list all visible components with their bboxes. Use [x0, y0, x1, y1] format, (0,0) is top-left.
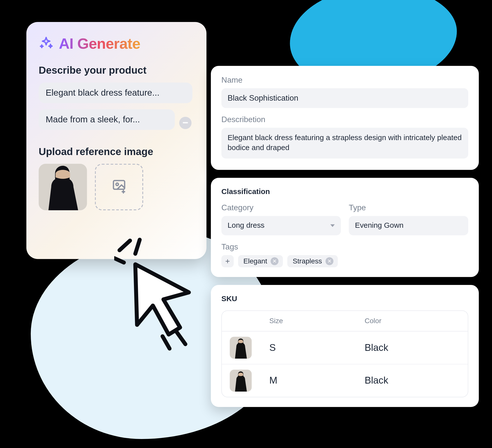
remove-tag-icon[interactable]: ✕: [271, 257, 279, 265]
ai-generate-panel: AI Generate Describe your product Elegan…: [26, 22, 206, 259]
prompt-input-2[interactable]: Made from a sleek, for...: [39, 109, 175, 130]
sku-card: SKU Size Color S Black: [211, 285, 479, 407]
tag-label: Elegant: [243, 257, 267, 265]
tag-chip[interactable]: Strapless ✕: [287, 255, 338, 267]
classification-card: Classification Category Long dress Type …: [211, 178, 479, 277]
name-label: Name: [221, 75, 468, 85]
sku-thumbnail: [230, 337, 252, 359]
sku-table: Size Color S Black M Black: [221, 310, 468, 397]
tag-chip[interactable]: Elegant ✕: [238, 255, 283, 267]
category-label: Category: [221, 203, 341, 213]
chevron-down-icon: [330, 224, 335, 227]
classification-heading: Classification: [221, 187, 468, 196]
upload-reference-heading: Upload reference image: [39, 146, 194, 158]
description-input[interactable]: [221, 128, 468, 159]
sku-head-color: Color: [365, 317, 460, 325]
type-label: Type: [349, 203, 468, 213]
upload-image-slot[interactable]: [95, 164, 143, 210]
sku-size: M: [269, 375, 365, 386]
describe-product-heading: Describe your product: [39, 64, 194, 76]
sku-color: Black: [365, 342, 460, 353]
sku-row[interactable]: S Black: [222, 331, 468, 364]
sparkle-icon: [39, 35, 54, 52]
category-value: Long dress: [228, 221, 265, 230]
sku-size: S: [269, 342, 365, 353]
category-select[interactable]: Long dress: [221, 216, 341, 235]
prompt-input-1[interactable]: Elegant black dress feature...: [39, 83, 192, 103]
sku-thumbnail: [230, 370, 252, 392]
remove-tag-icon[interactable]: ✕: [326, 257, 334, 265]
ai-generate-title: AI Generate: [59, 35, 140, 52]
type-select[interactable]: Evening Gown: [349, 216, 468, 235]
name-input[interactable]: [221, 88, 468, 108]
sku-heading: SKU: [221, 294, 468, 303]
svg-point-2: [116, 183, 118, 186]
remove-prompt-button[interactable]: [179, 117, 191, 129]
tags-label: Tags: [221, 242, 468, 251]
tag-label: Strapless: [293, 257, 322, 265]
reference-thumbnail[interactable]: [39, 164, 87, 210]
sku-color: Black: [365, 375, 460, 386]
product-card: Name Describetion: [211, 66, 479, 170]
add-image-icon: [112, 179, 127, 196]
add-tag-button[interactable]: +: [221, 255, 234, 267]
description-label: Describetion: [221, 115, 468, 124]
type-value: Evening Gown: [355, 221, 403, 230]
sku-head-size: Size: [269, 317, 365, 325]
sku-row[interactable]: M Black: [222, 364, 468, 397]
